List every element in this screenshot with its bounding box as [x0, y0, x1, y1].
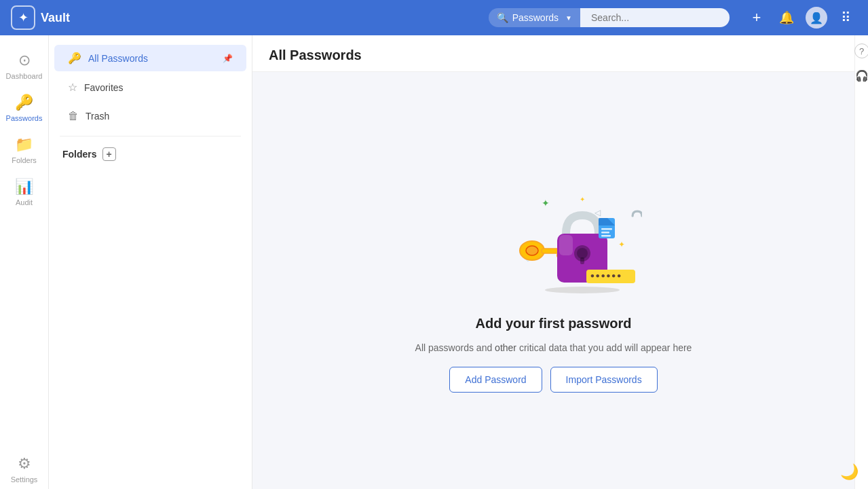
- notifications-button[interactable]: 🔔: [776, 7, 797, 29]
- add-button[interactable]: +: [746, 7, 768, 29]
- pin-icon: 📌: [223, 54, 233, 63]
- audit-label: Audit: [16, 198, 33, 206]
- dashboard-icon: ⊙: [18, 52, 31, 69]
- grid-menu-button[interactable]: ⠿: [835, 7, 857, 29]
- empty-state: ✦ ✦ ◁ ◇ ✦: [415, 169, 692, 393]
- left-nav: ⊙ Dashboard 🔑 Passwords 📁 Folders 📊 Audi…: [0, 35, 49, 489]
- all-passwords-icon: 🔑: [68, 52, 81, 65]
- sidebar-all-passwords[interactable]: 🔑 All Passwords 📌: [54, 45, 246, 71]
- lock-svg: ✦ ✦ ◁ ◇ ✦: [466, 169, 642, 305]
- search-scope-dropdown[interactable]: 🔍 Passwords ▼: [489, 8, 580, 27]
- sidebar-item-dashboard[interactable]: ⊙ Dashboard: [4, 46, 45, 86]
- svg-rect-17: [601, 228, 612, 230]
- page-title: All Passwords: [269, 48, 362, 62]
- support-button[interactable]: 🎧: [855, 69, 869, 82]
- search-input[interactable]: [591, 12, 719, 23]
- help-button[interactable]: ?: [854, 43, 869, 58]
- empty-state-title: Add your first password: [475, 316, 631, 331]
- grid-icon: ⠿: [841, 10, 852, 26]
- svg-text:✦: ✦: [618, 240, 625, 249]
- header-actions: + 🔔 👤 ⠿: [746, 7, 857, 29]
- passwords-sidebar: 🔑 All Passwords 📌 ☆ Favorites 🗑 Trash Fo…: [49, 35, 252, 489]
- logo-area: ✦ Vault: [11, 5, 70, 30]
- app-header: ✦ Vault 🔍 Passwords ▼ + 🔔 👤 ⠿: [0, 0, 868, 35]
- passwords-label: Passwords: [6, 114, 43, 122]
- sidebar-item-passwords[interactable]: 🔑 Passwords: [4, 88, 45, 128]
- content-header: All Passwords: [252, 35, 854, 72]
- trash-icon: 🗑: [68, 110, 79, 122]
- moon-icon: 🌙: [840, 463, 858, 480]
- import-passwords-button[interactable]: Import Passwords: [550, 367, 658, 393]
- favorites-label: Favorites: [84, 82, 124, 93]
- settings-icon: ⚙: [18, 455, 31, 473]
- svg-rect-19: [601, 235, 611, 237]
- bell-icon: 🔔: [779, 10, 794, 25]
- chevron-down-icon: ▼: [565, 14, 572, 22]
- main-layout: ⊙ Dashboard 🔑 Passwords 📁 Folders 📊 Audi…: [0, 35, 868, 489]
- search-scope-label: Passwords: [512, 12, 559, 23]
- sidebar-trash[interactable]: 🗑 Trash: [54, 103, 246, 129]
- dashboard-label: Dashboard: [6, 72, 43, 80]
- folders-icon: 📁: [15, 136, 33, 153]
- empty-illustration: ✦ ✦ ◁ ◇ ✦: [466, 169, 642, 305]
- svg-text:✦: ✦: [580, 196, 585, 203]
- all-passwords-label: All Passwords: [88, 53, 148, 64]
- svg-point-6: [526, 246, 538, 255]
- add-folder-button[interactable]: +: [102, 147, 116, 161]
- avatar-icon: 👤: [810, 12, 823, 24]
- trash-label: Trash: [86, 111, 109, 122]
- sidebar-item-settings[interactable]: ⚙ Settings: [4, 450, 45, 489]
- svg-point-22: [545, 287, 620, 293]
- passwords-icon: 🔑: [15, 94, 33, 111]
- sidebar-item-audit[interactable]: 📊 Audit: [4, 173, 45, 212]
- folders-section-label: Folders: [62, 149, 97, 160]
- svg-point-13: [577, 248, 588, 259]
- desc-bold: other: [495, 342, 516, 353]
- search-bar: 🔍 Passwords ▼: [489, 8, 730, 27]
- favorites-icon: ☆: [68, 81, 77, 94]
- svg-rect-11: [559, 235, 573, 255]
- avatar[interactable]: 👤: [806, 7, 827, 29]
- sidebar-item-folders[interactable]: 📁 Folders: [4, 130, 45, 170]
- svg-text:••••••: ••••••: [590, 271, 622, 281]
- add-password-button[interactable]: Add Password: [449, 367, 542, 393]
- svg-rect-18: [601, 232, 609, 234]
- right-panel: ? 🎧: [854, 35, 868, 489]
- empty-state-description: All passwords and other critical data th…: [415, 342, 692, 353]
- theme-toggle-moon[interactable]: 🌙: [840, 463, 858, 481]
- svg-rect-14: [580, 257, 584, 264]
- audit-icon: 📊: [15, 178, 33, 196]
- search-icon: 🔍: [497, 12, 508, 23]
- svg-text:✦: ✦: [542, 198, 550, 209]
- settings-label: Settings: [11, 475, 38, 484]
- sidebar-divider: [60, 136, 241, 137]
- content-body: ✦ ✦ ◁ ◇ ✦: [252, 72, 854, 489]
- folders-label: Folders: [12, 156, 37, 164]
- empty-state-actions: Add Password Import Passwords: [449, 367, 657, 393]
- folders-header: Folders +: [49, 142, 252, 166]
- main-content-area: All Passwords ✦ ✦ ◁ ◇ ✦: [252, 35, 854, 489]
- app-title: Vault: [41, 11, 70, 25]
- sidebar-favorites[interactable]: ☆ Favorites: [54, 74, 246, 101]
- logo-icon: ✦: [11, 5, 35, 30]
- search-input-wrap: [580, 8, 730, 27]
